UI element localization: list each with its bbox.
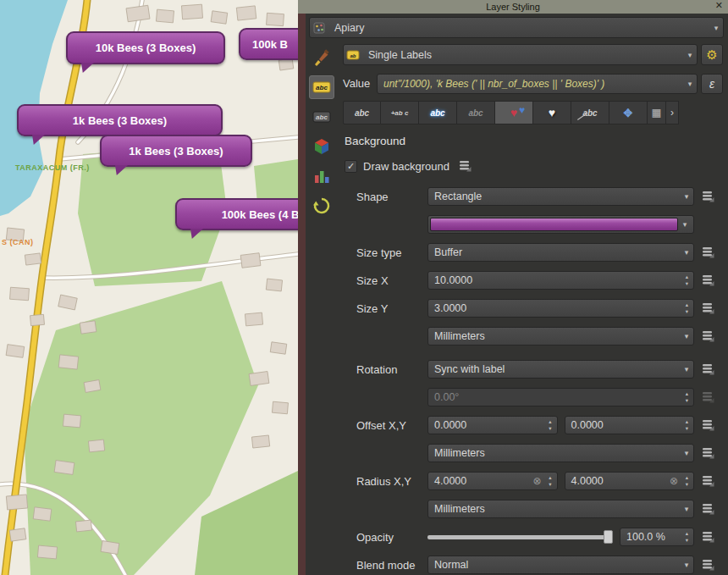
offset-units-dropdown[interactable]: Millimeters ▾	[427, 444, 694, 462]
tab-buffer[interactable]: abc	[419, 101, 457, 124]
fill-color-button[interactable]: ▾	[427, 215, 694, 234]
override-button-opacity[interactable]	[698, 528, 718, 545]
history-icon	[312, 196, 331, 215]
value-expression-dropdown[interactable]: unt"/1000), 'k Bees (' || nbr_of_boxes |…	[377, 74, 698, 94]
tab-text[interactable]: abc	[343, 101, 381, 124]
map-basemap	[0, 0, 298, 575]
spin-buttons[interactable]: ▴ ▾	[681, 528, 693, 545]
spin-buttons[interactable]: ▴ ▾	[544, 417, 557, 434]
automated-placement-button[interactable]: ⚙	[701, 44, 723, 65]
slider-handle[interactable]	[604, 530, 613, 544]
radius-x-spinbox[interactable]: 4.0000 ⊗ ▴ ▾	[427, 472, 558, 490]
spin-buttons[interactable]: ▴ ▾	[681, 300, 693, 317]
spin-up-icon: ▴	[686, 475, 688, 481]
map-canvas[interactable]: TARAXACUM (FR.) S (CAN) 10k Bees (3 Boxe…	[0, 0, 298, 575]
override-button-size-y[interactable]	[698, 300, 718, 317]
spin-down-icon: ▾	[686, 538, 688, 544]
layer-selector-dropdown[interactable]: Apiary ▾	[309, 17, 724, 38]
clear-icon[interactable]: ⊗	[667, 475, 681, 487]
spin-buttons[interactable]: ▴ ▾	[681, 473, 693, 489]
label-settings-tabbar: abc +ab c abc abc ♥ ♥	[343, 101, 723, 124]
override-button-rotation-angle	[698, 389, 718, 406]
rotation-label: Rotation	[343, 363, 424, 376]
override-button-radius-units[interactable]	[698, 500, 718, 517]
panel-titlebar: Layer Styling ✕	[298, 0, 728, 14]
opacity-spinbox[interactable]: 100.0 % ▴ ▾	[620, 528, 694, 546]
map-callout: 1k Bees (3 Boxes)	[100, 135, 252, 167]
size-type-label: Size type	[343, 246, 424, 259]
draw-background-checkbox[interactable]: ✓	[345, 160, 357, 173]
layer-styling-panel: Layer Styling ✕ Apiary ▾	[298, 0, 728, 575]
spin-up-icon: ▴	[686, 531, 688, 537]
tab-callouts[interactable]: abc	[571, 101, 609, 124]
offset-x-spinbox[interactable]: 0.0000 ▴ ▾	[427, 416, 558, 434]
opacity-label: Opacity	[343, 531, 424, 544]
rotation-mode-dropdown[interactable]: Sync with label ▾	[427, 360, 694, 379]
spin-buttons[interactable]: ▴ ▾	[544, 473, 557, 489]
chevron-down-icon: ▾	[683, 51, 697, 59]
size-type-dropdown[interactable]: Buffer ▾	[427, 243, 694, 262]
blend-mode-dropdown[interactable]: Normal ▾	[427, 556, 694, 574]
tab-shadow[interactable]: ♥	[533, 101, 571, 124]
radius-units-dropdown[interactable]: Millimeters ▾	[427, 500, 694, 518]
spin-up-icon: ▴	[686, 302, 688, 308]
tab-formatting[interactable]: +ab c	[381, 101, 419, 124]
sidebar-item-3d-view[interactable]	[309, 135, 334, 158]
spin-up-icon: ▴	[686, 274, 688, 280]
sidebar-item-diagrams[interactable]	[309, 164, 334, 188]
tab-rendering[interactable]: ▦	[648, 101, 666, 124]
section-title-background: Background	[345, 135, 723, 147]
override-button-size-units[interactable]	[698, 328, 718, 345]
labeling-mode-dropdown[interactable]: ab Single Labels ▾	[343, 44, 698, 65]
tab-mask[interactable]: abc	[457, 101, 495, 124]
opacity-slider[interactable]	[427, 529, 613, 545]
epsilon-icon: ε	[709, 77, 714, 91]
spin-buttons[interactable]: ▴ ▾	[681, 417, 693, 434]
override-button-offset[interactable]	[698, 417, 718, 434]
sidebar-item-symbology[interactable]	[309, 46, 334, 69]
spin-buttons[interactable]: ▴ ▾	[681, 272, 693, 289]
map-label-taraxacum: TARAXACUM (FR.)	[15, 163, 90, 172]
tab-placement[interactable]: ✥	[609, 101, 648, 124]
override-button-rotation[interactable]	[698, 361, 718, 378]
tab-scroll-right-button[interactable]: ›	[666, 101, 679, 124]
svg-text:abc: abc	[316, 113, 328, 121]
spin-down-icon: ▾	[686, 426, 688, 432]
labels-icon: abc	[312, 78, 332, 97]
override-button-shape[interactable]	[698, 188, 718, 205]
override-button-draw-background[interactable]	[455, 158, 476, 174]
size-units-dropdown[interactable]: Millimeters ▾	[427, 327, 694, 346]
placement-arrows-icon: ✥	[624, 107, 633, 119]
chevron-down-icon: ▾	[680, 561, 693, 569]
sidebar-item-history[interactable]	[309, 194, 334, 218]
shape-dropdown[interactable]: Rectangle ▾	[427, 187, 694, 206]
sidebar-item-labels[interactable]: abc	[309, 75, 334, 99]
clear-icon[interactable]: ⊗	[531, 475, 544, 487]
chevron-down-icon: ▾	[683, 80, 697, 88]
offset-y-spinbox[interactable]: 0.0000 ▴ ▾	[565, 416, 695, 434]
size-x-spinbox[interactable]: 10.0000 ▴ ▾	[427, 271, 694, 290]
mask-icon: abc	[312, 108, 332, 126]
rendering-icon: ▦	[652, 107, 661, 119]
svg-text:ab: ab	[350, 53, 356, 58]
chevron-down-icon: ▾	[680, 248, 693, 257]
expression-builder-button[interactable]: ε	[701, 74, 723, 94]
radius-y-spinbox[interactable]: 4.0000 ⊗ ▴ ▾	[565, 472, 695, 490]
slider-fill	[427, 535, 613, 539]
chevron-down-icon: ▾	[680, 365, 693, 373]
check-icon: ✓	[347, 162, 355, 171]
cube-3d-icon	[312, 137, 331, 156]
override-button-radius[interactable]	[698, 473, 718, 489]
sidebar-item-mask[interactable]: abc	[309, 105, 334, 129]
override-button-blend-mode[interactable]	[698, 556, 718, 573]
close-icon[interactable]: ✕	[715, 0, 723, 11]
override-button-size-x[interactable]	[698, 272, 718, 289]
map-label-can: S (CAN)	[2, 238, 34, 246]
blend-mode-label: Blend mode	[343, 559, 424, 572]
override-button-offset-units[interactable]	[698, 445, 718, 462]
size-y-spinbox[interactable]: 3.0000 ▴ ▾	[427, 299, 694, 318]
background-heart-icon: ♥	[519, 104, 525, 116]
single-labels-icon: ab	[344, 50, 362, 60]
override-button-size-type[interactable]	[698, 244, 718, 261]
tab-background[interactable]: ♥ ♥	[495, 101, 533, 124]
